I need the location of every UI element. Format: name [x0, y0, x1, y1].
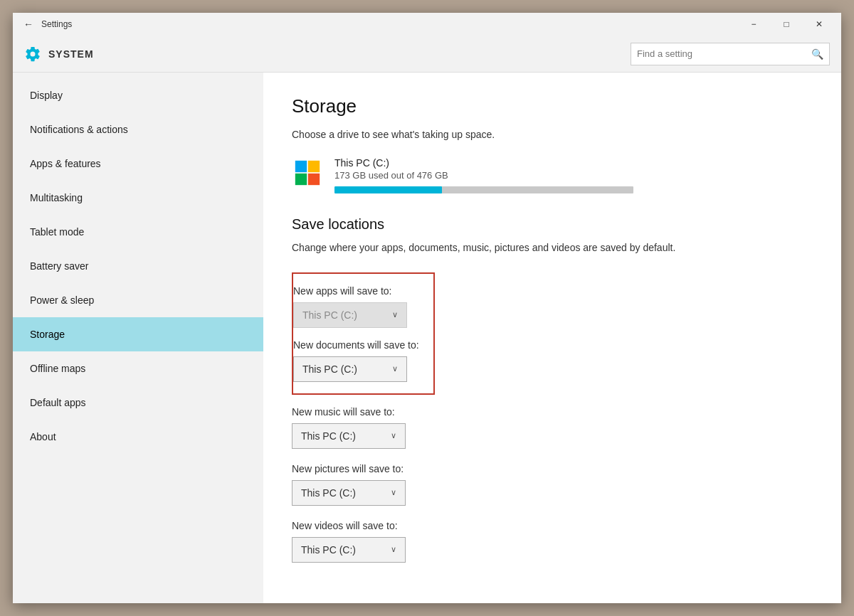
apps-save-row: New apps will save to: This PC (C:) ∨	[293, 285, 419, 328]
music-save-label: New music will save to:	[292, 406, 813, 418]
chevron-down-icon: ∨	[391, 431, 396, 440]
drive-usage: 173 GB used out of 476 GB	[334, 170, 813, 181]
videos-save-row: New videos will save to: This PC (C:) ∨	[292, 520, 813, 563]
pictures-save-select[interactable]: This PC (C:) ∨	[292, 480, 406, 506]
search-box[interactable]: 🔍	[631, 43, 830, 65]
window-title: Settings	[41, 19, 72, 29]
sidebar-item-default[interactable]: Default apps	[13, 386, 263, 420]
svg-rect-0	[295, 161, 307, 172]
sidebar-item-notifications[interactable]: Notifications & actions	[13, 112, 263, 147]
sidebar-item-offline[interactable]: Offline maps	[13, 351, 263, 386]
search-icon: 🔍	[806, 48, 829, 60]
maximize-button[interactable]: □	[770, 13, 803, 36]
highlight-box: New apps will save to: This PC (C:) ∨ Ne…	[292, 272, 435, 395]
settings-window: ← Settings − □ ✕ SYSTEM 🔍	[13, 13, 841, 603]
main-layout: DisplayNotifications & actionsApps & fea…	[13, 73, 841, 603]
sidebar-item-storage[interactable]: Storage	[13, 317, 263, 351]
search-input[interactable]	[631, 48, 806, 59]
sidebar-item-power[interactable]: Power & sleep	[13, 283, 263, 317]
svg-rect-2	[295, 174, 307, 185]
drive-item[interactable]: This PC (C:) 173 GB used out of 476 GB	[292, 157, 813, 193]
documents-save-select[interactable]: This PC (C:) ∨	[293, 356, 407, 382]
storage-progress-fill	[334, 186, 442, 193]
videos-save-select[interactable]: This PC (C:) ∨	[292, 537, 406, 563]
videos-save-label: New videos will save to:	[292, 520, 813, 531]
chevron-down-icon: ∨	[392, 364, 398, 373]
sidebar-item-multitasking[interactable]: Multitasking	[13, 181, 263, 215]
chevron-down-icon: ∨	[391, 488, 396, 497]
storage-progress-bar	[334, 186, 633, 193]
titlebar: ← Settings − □ ✕	[13, 13, 841, 36]
close-button[interactable]: ✕	[803, 13, 835, 36]
pictures-save-label: New pictures will save to:	[292, 463, 813, 474]
documents-save-row: New documents will save to: This PC (C:)…	[293, 339, 419, 382]
sidebar: DisplayNotifications & actionsApps & fea…	[13, 73, 263, 603]
chevron-down-icon: ∨	[391, 545, 396, 554]
svg-rect-1	[308, 161, 320, 172]
save-locations-desc: Change where your apps, documents, music…	[292, 241, 813, 255]
system-title: SYSTEM	[48, 48, 94, 60]
drive-name: This PC (C:)	[334, 157, 813, 169]
drive-info: This PC (C:) 173 GB used out of 476 GB	[334, 157, 813, 193]
music-save-row: New music will save to: This PC (C:) ∨	[292, 406, 813, 449]
app-header: SYSTEM 🔍	[13, 36, 841, 73]
page-subtitle: Choose a drive to see what's taking up s…	[292, 129, 813, 140]
sidebar-item-tablet[interactable]: Tablet mode	[13, 215, 263, 249]
page-title: Storage	[292, 95, 813, 117]
sidebar-item-apps[interactable]: Apps & features	[13, 147, 263, 181]
sidebar-item-about[interactable]: About	[13, 420, 263, 454]
window-controls: − □ ✕	[737, 13, 835, 36]
svg-rect-3	[308, 174, 320, 185]
chevron-down-icon: ∨	[392, 310, 398, 319]
sidebar-item-display[interactable]: Display	[13, 78, 263, 112]
save-locations-title: Save locations	[292, 216, 813, 233]
back-button[interactable]: ←	[19, 14, 38, 34]
pictures-save-row: New pictures will save to: This PC (C:) …	[292, 463, 813, 506]
documents-save-label: New documents will save to:	[293, 339, 419, 351]
sidebar-item-battery[interactable]: Battery saver	[13, 249, 263, 283]
windows-icon	[292, 157, 323, 188]
apps-save-select[interactable]: This PC (C:) ∨	[293, 302, 407, 328]
gear-icon	[24, 46, 41, 63]
minimize-button[interactable]: −	[737, 13, 770, 36]
music-save-select[interactable]: This PC (C:) ∨	[292, 423, 406, 449]
content-area: Storage Choose a drive to see what's tak…	[263, 73, 841, 603]
apps-save-label: New apps will save to:	[293, 285, 419, 297]
